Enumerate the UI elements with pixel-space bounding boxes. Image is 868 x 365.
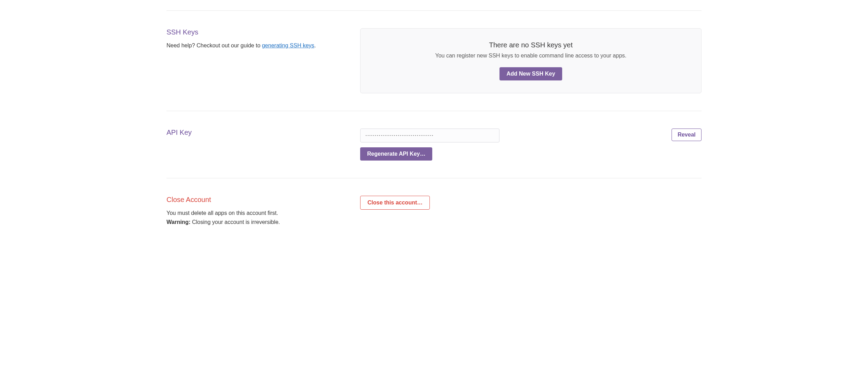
close-this-account-button[interactable]: Close this account…: [360, 196, 430, 210]
regenerate-api-key-button[interactable]: Regenerate API Key…: [360, 147, 432, 161]
close-warning-text: Closing your account is irreversible.: [191, 219, 280, 225]
ssh-desc-suffix: .: [314, 42, 316, 48]
api-key-title: API Key: [166, 129, 346, 137]
ssh-keys-description: Need help? Checkout out our guide to gen…: [166, 41, 346, 50]
ssh-desc-prefix: Need help? Checkout out our guide to: [166, 42, 262, 48]
generating-ssh-keys-link[interactable]: generating SSH keys: [262, 42, 314, 48]
ssh-keys-title: SSH Keys: [166, 28, 346, 36]
api-key-input[interactable]: [360, 129, 499, 142]
ssh-keys-section: SSH Keys Need help? Checkout out our gui…: [166, 11, 702, 111]
close-account-title: Close Account: [166, 196, 346, 204]
close-account-description: You must delete all apps on this account…: [166, 209, 346, 226]
close-warning-label: Warning:: [166, 219, 191, 225]
api-key-section: API Key Regenerate API Key… Reveal: [166, 111, 702, 178]
ssh-empty-description: You can register new SSH keys to enable …: [369, 53, 693, 59]
ssh-empty-title: There are no SSH keys yet: [369, 41, 693, 49]
ssh-keys-empty-panel: There are no SSH keys yet You can regist…: [360, 28, 702, 93]
add-new-ssh-key-button[interactable]: Add New SSH Key: [499, 67, 562, 80]
reveal-api-key-button[interactable]: Reveal: [672, 129, 702, 141]
close-desc-line1: You must delete all apps on this account…: [166, 210, 278, 216]
close-account-section: Close Account You must delete all apps o…: [166, 178, 702, 244]
